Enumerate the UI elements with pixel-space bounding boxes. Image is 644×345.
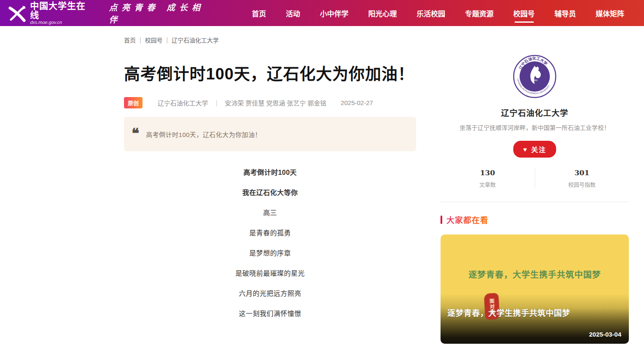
stat-articles-value: 130 — [441, 169, 535, 177]
school-name[interactable]: 辽宁石油化工大学 — [441, 107, 629, 118]
everyone-watching-header: 大家都在看 — [441, 214, 629, 225]
nav-item-activities[interactable]: 活动 — [286, 0, 300, 27]
original-badge: 原创 — [124, 97, 143, 108]
school-logo: 1950 辽宁石油化工大学 LIAONING PETROCHEMICAL UNI… — [513, 55, 557, 98]
body-line: 是梦想的序章 — [124, 250, 416, 257]
school-stats: 130 文章数 301 校园号指数 — [441, 169, 629, 188]
site-title: 中国大学生在线 — [30, 1, 94, 20]
article-date: 2025-02-27 — [341, 99, 373, 106]
article-authors: 安沛荣 贾佳慧 党思涵 张艺宁 郭金铭 — [225, 98, 327, 107]
article-body: 高考倒计时100天 我在辽石化大等你 高三 是青春的孤勇 是梦想的序章 是破晓前… — [124, 169, 416, 318]
nav-item-resources[interactable]: 专题资源 — [465, 0, 494, 27]
stat-index-value: 301 — [535, 169, 629, 177]
nav-item-counselor[interactable]: 辅导员 — [554, 0, 576, 27]
breadcrumb-school[interactable]: 辽宁石油化工大学 — [172, 36, 219, 44]
section-accent-bar — [441, 216, 442, 224]
article-source[interactable]: 辽宁石油化工大学 — [158, 98, 208, 107]
nav-item-psychology[interactable]: 阳光心理 — [368, 0, 397, 27]
card-date: 2025-03-04 — [589, 331, 621, 338]
body-line: 高三 — [124, 209, 416, 217]
nav-item-home[interactable]: 首页 — [252, 0, 266, 27]
school-profile-card: 1950 辽宁石油化工大学 LIAONING PETROCHEMICAL UNI… — [441, 55, 629, 188]
body-line: 六月的光把远方照亮 — [124, 290, 416, 298]
breadcrumb-campus-account[interactable]: 校园号 — [145, 36, 163, 44]
site-url: dxs.moe.gov.cn — [30, 20, 94, 25]
stat-articles-label: 文章数 — [441, 180, 535, 188]
stat-articles: 130 文章数 — [441, 169, 535, 188]
breadcrumb: 首页 | 校园号 | 辽宁石油化工大学 — [124, 36, 416, 44]
breadcrumb-home[interactable]: 首页 — [124, 36, 136, 44]
heart-icon: ♥ — [523, 146, 528, 153]
card-title[interactable]: 逐梦青春，大学生携手共筑中国梦 — [447, 307, 622, 318]
nav-item-media-matrix[interactable]: 媒体矩阵 — [596, 0, 624, 27]
card-image-caption: 逐梦青春，大学生携手共筑中国梦 — [441, 268, 629, 280]
article-summary-quote: ❝ 高考倒计时100天，辽石化大为你加油！ — [124, 117, 416, 151]
body-line: 是青春的孤勇 — [124, 229, 416, 237]
quote-icon: ❝ — [132, 129, 139, 138]
follow-button[interactable]: ♥ 关注 — [513, 141, 557, 158]
article-title: 高考倒计时100天，辽石化大为你加油！ — [124, 62, 416, 86]
school-description: 坐落于辽宁抚顺浑河岸畔，新中国第一所石油工业学校！ — [441, 123, 629, 132]
article-column: 首页 | 校园号 | 辽宁石油化工大学 高考倒计时100天，辽石化大为你加油！ … — [124, 36, 416, 330]
stat-index: 301 校园号指数 — [535, 169, 629, 188]
body-line: 是破晓前最璀璨的星光 — [124, 270, 416, 277]
body-line: 这一刻我们满怀憧憬 — [124, 310, 416, 318]
quote-text: 高考倒计时100天，辽石化大为你加油！ — [146, 129, 261, 139]
svg-text:1950: 1950 — [532, 79, 538, 82]
site-logo[interactable]: 中国大学生在线 dxs.moe.gov.cn — [8, 1, 94, 25]
section-title: 大家都在看 — [446, 214, 488, 225]
article-meta: 原创 辽宁石油化工大学 | 安沛荣 贾佳慧 党思涵 张艺宁 郭金铭 2025-0… — [124, 97, 416, 108]
nav-item-campus-life[interactable]: 乐活校园 — [417, 0, 445, 27]
site-logo-icon — [8, 4, 26, 22]
body-line: 高考倒计时100天 — [124, 169, 416, 176]
nav-item-study[interactable]: 小中伴学 — [320, 0, 348, 27]
site-tagline: 点亮青春 成长相伴 — [109, 1, 216, 25]
main-nav: 首页 活动 小中伴学 阳光心理 乐活校园 专题资源 校园号 辅导员 媒体矩阵 — [252, 0, 644, 27]
top-navbar: 中国大学生在线 dxs.moe.gov.cn 点亮青春 成长相伴 首页 活动 小… — [0, 0, 644, 26]
stat-index-label: 校园号指数 — [535, 180, 629, 188]
nav-item-campus-account[interactable]: 校园号 — [513, 0, 535, 27]
follow-label: 关注 — [531, 144, 546, 154]
sidebar: 1950 辽宁石油化工大学 LIAONING PETROCHEMICAL UNI… — [441, 55, 629, 344]
recommended-article-card[interactable]: 逐梦青春，大学生携手共筑中国梦 面对面 逐梦青春，大学生携手共筑中国梦 2025… — [441, 234, 629, 344]
sidebar-divider — [441, 202, 629, 202]
body-line: 我在辽石化大等你 — [124, 189, 416, 197]
